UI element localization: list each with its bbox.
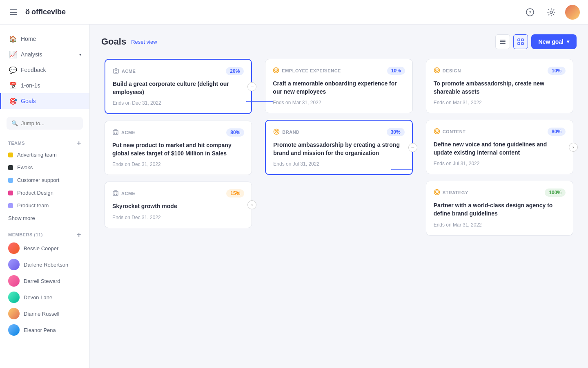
svg-point-35 xyxy=(437,70,437,71)
member-avatar-devon xyxy=(8,292,20,303)
chevron-down-icon: ▾ xyxy=(79,52,81,57)
card4-badge: 10% xyxy=(387,67,405,75)
members-section-header: MEMBERS (11) + xyxy=(0,228,89,240)
member-avatar-dianne xyxy=(8,308,20,319)
card5-badge: 30% xyxy=(387,128,405,136)
team-label-advertising: Advertising team xyxy=(17,152,57,158)
add-team-button[interactable]: + xyxy=(77,139,81,147)
card7-connector-right[interactable]: › xyxy=(569,143,578,152)
member-avatar-darlene xyxy=(8,259,20,270)
card5-connector-minus[interactable]: − xyxy=(408,143,417,152)
goal-card-1[interactable]: ACME 20% Build a great corporate culture… xyxy=(105,59,252,114)
member-name-darlene: Darlene Robertson xyxy=(24,262,68,268)
sidebar-item-label-goals: Goals xyxy=(21,98,36,104)
target-icon-4 xyxy=(434,128,440,135)
card4-wrapper: EMPLOYEE EXPERIENCE 10% Craft a memorabl… xyxy=(265,59,412,113)
feedback-icon: 💬 xyxy=(9,66,17,74)
member-item-bessie[interactable]: Bessie Cooper xyxy=(0,240,89,256)
new-goal-button[interactable]: New goal ▾ xyxy=(531,34,577,49)
analysis-icon: 📈 xyxy=(9,51,17,58)
svg-rect-3 xyxy=(500,40,506,40)
help-icon: ? xyxy=(526,8,534,16)
user-avatar[interactable] xyxy=(565,5,580,20)
card7-top: CONTENT 80% xyxy=(434,128,566,136)
topbar-right: ? xyxy=(523,5,580,20)
team-item-ewoks[interactable]: Ewoks xyxy=(0,161,89,174)
target-icon-5 xyxy=(434,189,440,195)
sidebar-item-1on1s[interactable]: 📅 1-on-1s xyxy=(0,78,89,93)
sidebar-item-home[interactable]: 🏠 Home xyxy=(0,31,89,47)
card7-wrapper: CONTENT 80% Define new voice and tone gu… xyxy=(426,120,573,174)
card8-wrapper: STRATEGY 100% Partner with a world-class… xyxy=(426,181,573,235)
member-item-darlene[interactable]: Darlene Robertson xyxy=(0,256,89,273)
card2-top: ACME 80% xyxy=(112,128,244,137)
goal-card-8[interactable]: STRATEGY 100% Partner with a world-class… xyxy=(426,181,573,235)
card8-title: Partner with a world-class design agency… xyxy=(434,202,566,218)
add-member-button[interactable]: + xyxy=(77,231,81,238)
member-item-darrell[interactable]: Darrell Steward xyxy=(0,273,89,289)
goals-icon: 🎯 xyxy=(9,97,17,105)
target-icon-3 xyxy=(434,67,440,74)
card4-org: EMPLOYEE EXPERIENCE xyxy=(273,67,341,75)
svg-rect-25 xyxy=(114,194,115,195)
team-item-advertising[interactable]: Advertising team xyxy=(0,148,89,161)
svg-rect-7 xyxy=(521,39,523,41)
team-label-product-team: Product team xyxy=(17,202,49,209)
reset-view-button[interactable]: Reset view xyxy=(131,39,157,45)
goal-card-3[interactable]: ACME 15% Skyrocket growth mode Ends on D… xyxy=(105,182,252,228)
members-label: MEMBERS (11) xyxy=(8,232,43,237)
settings-button[interactable] xyxy=(544,5,559,20)
svg-rect-5 xyxy=(500,43,506,44)
goal-card-5[interactable]: BRAND 30% Promote ambassadorship by crea… xyxy=(265,120,412,175)
member-item-eleanor[interactable]: Eleanor Pena xyxy=(0,322,89,338)
card1-connector-minus[interactable]: − xyxy=(247,82,256,91)
card3-connector-right[interactable]: › xyxy=(247,200,256,209)
sidebar-item-goals[interactable]: 🎯 Goals xyxy=(0,93,89,109)
goal-card-6[interactable]: DESIGN 10% To promote ambassadorship, cr… xyxy=(426,59,573,113)
goal-card-2[interactable]: ACME 80% Put new product to market and h… xyxy=(105,121,252,175)
members-section: MEMBERS (11) + Bessie Cooper Darlene Rob… xyxy=(0,228,89,338)
card1-org-name: ACME xyxy=(122,69,136,74)
card1-top: ACME 20% xyxy=(113,67,244,75)
search-input[interactable] xyxy=(21,120,78,126)
team-color-product-design xyxy=(8,191,13,195)
search-box[interactable]: 🔍 xyxy=(7,117,83,130)
member-item-devon[interactable]: Devon Lane xyxy=(0,289,89,305)
target-icon-2 xyxy=(273,128,280,135)
content-title-area: Goals Reset view xyxy=(101,36,157,47)
card7-badge: 80% xyxy=(548,128,566,136)
team-label-ewoks: Ewoks xyxy=(17,164,33,171)
main-layout: 🏠 Home 📈 Analysis ▾ 💬 Feedback 📅 1-on-1s xyxy=(0,25,588,368)
card8-top: STRATEGY 100% xyxy=(434,188,566,197)
svg-point-38 xyxy=(437,131,437,132)
content-area: Goals Reset view xyxy=(90,25,588,368)
sidebar-item-feedback[interactable]: 💬 Feedback xyxy=(0,62,89,78)
card5-top: BRAND 30% xyxy=(273,128,404,136)
target-icon xyxy=(273,67,279,74)
card1-wrapper: ACME 20% Build a great corporate culture… xyxy=(105,59,252,114)
team-item-customer-support[interactable]: Customer support xyxy=(0,174,89,186)
menu-toggle[interactable] xyxy=(8,8,19,17)
help-button[interactable]: ? xyxy=(523,5,537,20)
goal-card-7[interactable]: CONTENT 80% Define new voice and tone gu… xyxy=(426,120,573,174)
team-item-product-team[interactable]: Product team xyxy=(0,199,89,212)
sidebar-item-analysis[interactable]: 📈 Analysis ▾ xyxy=(0,47,89,62)
card5-title: Promote ambassadorship by creating a str… xyxy=(273,141,404,157)
team-label-customer-support: Customer support xyxy=(17,177,59,183)
team-color-product-team xyxy=(8,203,13,208)
card4-date: Ends on Mar 31, 2022 xyxy=(273,100,405,105)
member-name-bessie: Bessie Cooper xyxy=(24,245,58,251)
teams-section-header: TEAMS + xyxy=(0,136,89,148)
card2-badge: 80% xyxy=(226,128,244,137)
show-more-button[interactable]: Show more xyxy=(0,212,89,224)
member-item-dianne[interactable]: Dianne Russell xyxy=(0,305,89,322)
list-view-button[interactable] xyxy=(495,34,510,49)
acme-icon xyxy=(113,67,119,75)
hierarchy-view-button[interactable] xyxy=(513,34,528,49)
team-item-product-design[interactable]: Product Design xyxy=(0,186,89,199)
svg-rect-20 xyxy=(114,133,115,134)
gear-icon xyxy=(547,8,555,16)
goal-card-4[interactable]: EMPLOYEE EXPERIENCE 10% Craft a memorabl… xyxy=(265,59,412,113)
emp-exp-icon xyxy=(273,67,279,75)
brand-icon xyxy=(273,128,280,136)
